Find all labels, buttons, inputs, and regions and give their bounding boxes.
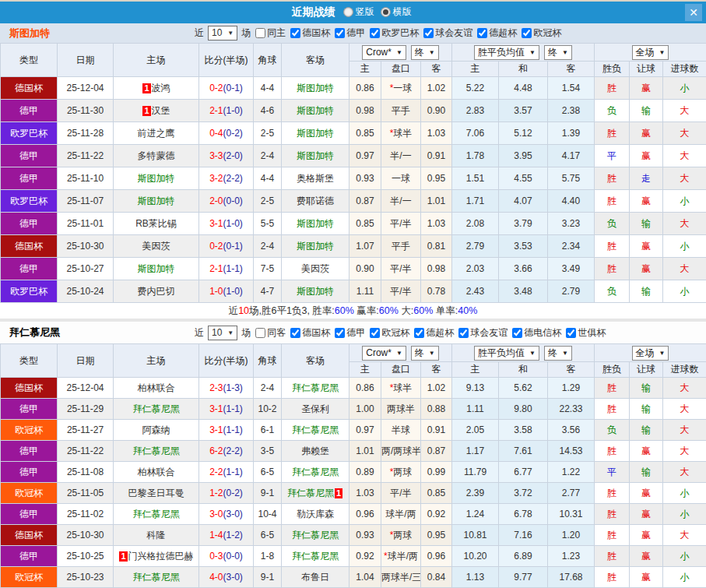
home-team-cell: 费内巴切 [114, 280, 199, 303]
result-handicap: 赢 [630, 77, 663, 100]
match-date: 25-11-22 [58, 441, 114, 462]
handicap-line: 平/半 [381, 483, 421, 504]
same-venue-checkbox[interactable] [255, 28, 265, 38]
half-time-score: (0-2) [223, 488, 243, 498]
result-goals: 小 [663, 77, 706, 100]
competition-checkbox-欧罗巴杯[interactable] [370, 28, 380, 38]
result-outcome: 胜 [595, 525, 630, 546]
crow-select[interactable]: Crow*▼ [362, 45, 406, 60]
chevron-down-icon: ▼ [562, 46, 568, 59]
radio-circle-icon [381, 7, 391, 17]
competition-checkbox-德超杯[interactable] [414, 328, 424, 338]
result-handicap: 赢 [630, 145, 663, 167]
rank-badge: 1 [335, 488, 342, 498]
corner-score: 2-5 [254, 190, 282, 213]
avg-home-odds: 7.06 [452, 122, 499, 145]
match-date: 25-10-30 [58, 525, 114, 546]
rank-badge: 1 [142, 83, 150, 93]
sub-column-header: 客 [421, 62, 452, 77]
close-button[interactable]: ✕ [685, 4, 702, 21]
competition-label: 球会友谊 [470, 326, 508, 340]
window-title: 近期战绩 [292, 5, 335, 19]
header-group: Crow*▼终▼ [349, 344, 452, 362]
handicap-line: 平/半 [381, 280, 421, 303]
away-team-name: 费耶诺德 [297, 195, 334, 206]
competition-checkbox-德国杯[interactable] [290, 28, 300, 38]
corner-score: 7-5 [254, 258, 282, 280]
final-odds-select[interactable]: 终▼ [411, 346, 439, 361]
avg-select[interactable]: 胜平负均值▼ [474, 346, 539, 361]
avg-away-odds: 1.22 [548, 462, 595, 483]
sections-container: 斯图加特近10▼场 同主德国杯德甲欧罗巴杯球会友谊德超杯欧冠杯类型日期主场比分(… [0, 23, 706, 588]
full-time-score: 2-2 [209, 467, 223, 477]
home-team-name: 斯图加特 [138, 263, 175, 274]
result-goals: 小 [663, 567, 706, 588]
recent-count-select[interactable]: 10▼ [208, 26, 237, 40]
match-score: 0-3(0-0) [199, 546, 254, 567]
match-row: 欧罗巴杯25-10-24费内巴切1-0(1-0)4-7斯图加特1.11平/半0.… [1, 280, 706, 303]
header-group: Crow*▼终▼ [349, 44, 452, 62]
layout-radio-vertical[interactable]: 竖版 [343, 5, 374, 19]
competition-checkbox-世俱杯[interactable] [566, 328, 576, 338]
match-date: 25-11-22 [58, 145, 114, 167]
result-outcome: 胜 [595, 77, 630, 100]
avg-select[interactable]: 胜平负均值▼ [474, 45, 539, 60]
competition-checkbox-德国杯[interactable] [290, 328, 300, 338]
away-team-name: 布鲁日 [301, 572, 329, 583]
sub-column-header: 胜负 [595, 362, 630, 378]
away-team-name: 勒沃库森 [297, 509, 334, 519]
competition-checkbox-德甲[interactable] [335, 28, 345, 38]
avg-home-odds: 10.81 [452, 525, 499, 546]
column-header: 客场 [282, 344, 349, 378]
crow-away-odds: 0.91 [421, 145, 452, 167]
full-match-select[interactable]: 全场▼ [632, 346, 669, 361]
sub-column-header: 盘口 [381, 62, 421, 77]
result-goals: 小 [663, 235, 706, 258]
competition-checkbox-球会友谊[interactable] [458, 328, 469, 338]
home-team-name: 拜仁慕尼黑 [133, 445, 180, 456]
half-time-score: (1-0) [223, 105, 243, 116]
match-date: 25-11-02 [58, 504, 114, 525]
avg-home-odds: 2.08 [452, 213, 499, 235]
crow-home-odds: 0.97 [349, 145, 381, 167]
final-avg-select[interactable]: 终▼ [544, 346, 572, 361]
away-team-name: 圣保利 [301, 403, 329, 414]
away-team-name: 拜仁慕尼黑 [292, 424, 339, 435]
summary-line: 近10场,胜6平1负3, 胜率:60% 赢率:60% 大:60% 单率:40% [0, 303, 706, 319]
handicap-line: 两球半 [381, 399, 421, 420]
layout-radio-horizontal[interactable]: 横版 [381, 5, 412, 19]
competition-checkbox-德超杯[interactable] [477, 28, 487, 38]
avg-draw-odds: 6.77 [499, 462, 548, 483]
match-date: 25-11-30 [58, 100, 114, 122]
recent-count-select[interactable]: 10▼ [208, 326, 237, 340]
avg-draw-odds: 9.77 [499, 567, 548, 588]
crow-select[interactable]: Crow*▼ [362, 346, 406, 361]
match-score: 3-1(1-1) [199, 399, 254, 420]
competition-checkbox-欧冠杯[interactable] [370, 328, 380, 338]
result-handicap: 赢 [630, 190, 663, 213]
avg-home-odds: 1.13 [452, 567, 499, 588]
crow-away-odds: 1.01 [421, 190, 452, 213]
league-badge: 德国杯 [1, 378, 58, 399]
match-row: 欧冠杯25-11-27阿森纳3-1(1-1)6-1拜仁慕尼黑0.97半球0.91… [1, 420, 706, 441]
home-team-cell: 拜仁慕尼黑 [114, 567, 199, 588]
away-team-name: 拜仁慕尼黑 [292, 467, 339, 477]
result-outcome: 胜 [595, 122, 630, 145]
league-badge: 德甲 [1, 441, 58, 462]
near-label: 近 [195, 26, 204, 40]
league-badge: 欧罗巴杯 [1, 190, 58, 213]
avg-away-odds: 1.20 [548, 525, 595, 546]
corner-score: 2-4 [254, 378, 282, 399]
final-odds-select[interactable]: 终▼ [411, 45, 439, 60]
competition-checkbox-欧冠杯[interactable] [522, 28, 532, 38]
competition-checkbox-球会友谊[interactable] [423, 28, 434, 38]
competition-checkbox-德甲[interactable] [335, 328, 345, 338]
match-date: 25-11-10 [58, 167, 114, 190]
league-badge: 德国杯 [1, 77, 58, 100]
same-venue-checkbox[interactable] [255, 328, 265, 338]
full-match-select[interactable]: 全场▼ [632, 45, 669, 60]
final-avg-select[interactable]: 终▼ [544, 45, 572, 60]
sub-column-header: 让球 [630, 362, 663, 378]
home-team-name: 拜仁慕尼黑 [133, 572, 180, 583]
competition-checkbox-德电信杯[interactable] [512, 328, 522, 338]
